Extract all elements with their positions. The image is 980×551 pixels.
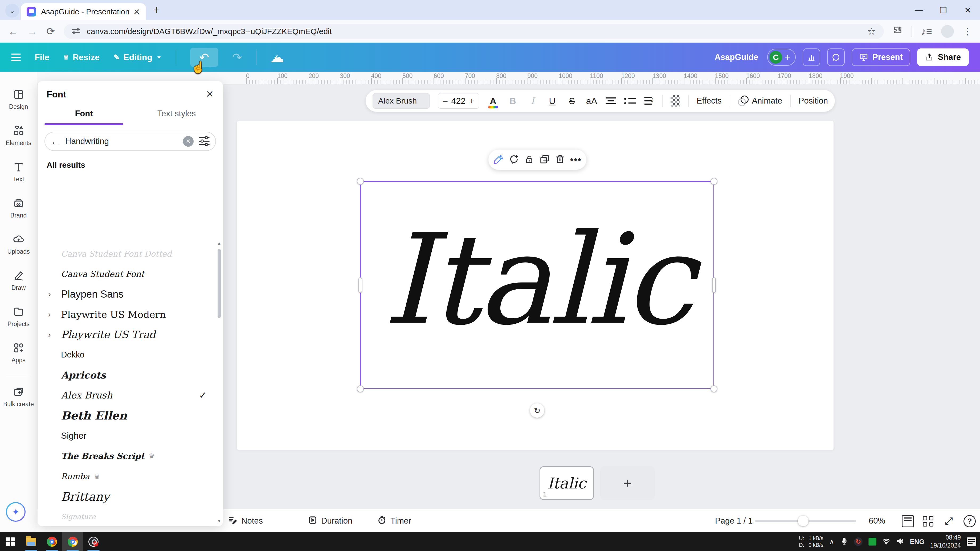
expand-chevron-icon[interactable]: ›	[48, 290, 51, 299]
resize-handle-west[interactable]	[358, 277, 362, 293]
file-explorer-taskbar-icon[interactable]	[21, 532, 41, 551]
browser-menu-icon[interactable]: ⋮	[963, 26, 972, 37]
start-button[interactable]	[0, 532, 21, 551]
obs-taskbar-icon[interactable]	[83, 532, 104, 551]
resize-handle-east[interactable]	[712, 277, 716, 293]
tab-close-icon[interactable]: ✕	[134, 7, 140, 16]
resize-handle-sw[interactable]	[357, 386, 364, 392]
font-list-item[interactable]: The Breaks Script ♛	[38, 446, 216, 466]
font-size-value[interactable]: 422	[451, 96, 466, 106]
effects-button[interactable]: Effects	[697, 96, 722, 106]
resize-handle-se[interactable]	[711, 386, 718, 392]
bold-button[interactable]: B	[507, 96, 519, 106]
file-menu[interactable]: File	[35, 52, 49, 62]
grid-view-icon[interactable]	[922, 515, 934, 527]
address-bar[interactable]: canva.com/design/DAGT6BWzfDw/_mxqpc3--uQ…	[64, 24, 884, 39]
sidebar-item-bulk-create[interactable]: Bulk create	[2, 381, 35, 412]
avatar[interactable]: C	[769, 51, 782, 64]
new-tab-button[interactable]: +	[153, 4, 160, 16]
window-close-button[interactable]: ✕	[956, 6, 980, 15]
site-settings-icon[interactable]	[72, 28, 80, 35]
scroll-down-arrow[interactable]: ▼	[217, 519, 221, 524]
sidebar-item-projects[interactable]: Projects	[2, 301, 35, 332]
search-clear-icon[interactable]: ✕	[183, 136, 194, 147]
font-list-item[interactable]: › Playpen Sans	[38, 284, 216, 304]
scroll-up-arrow[interactable]: ▲	[217, 241, 221, 246]
search-filter-icon[interactable]	[199, 137, 210, 146]
sidebar-item-apps[interactable]: Apps	[2, 337, 35, 368]
more-options-icon[interactable]: •••	[570, 154, 582, 165]
selected-text-element[interactable]: Italic ↻	[360, 181, 714, 389]
duration-button[interactable]: Duration	[308, 509, 352, 533]
font-list-item[interactable]: Alex Brush ✓	[38, 385, 216, 405]
font-list-item[interactable]: Canva Student Font Dotted	[38, 243, 216, 264]
page-thumbnail[interactable]: Italic 1	[539, 466, 594, 500]
sidebar-item-brand[interactable]: co Brand	[2, 192, 35, 224]
text-color-button[interactable]: A	[487, 96, 499, 106]
font-list-item[interactable]: Sigher	[38, 426, 216, 446]
present-button[interactable]: Present	[852, 48, 910, 66]
text-case-button[interactable]: aA	[586, 96, 598, 106]
reload-button[interactable]: ⟳	[46, 25, 55, 37]
clock[interactable]: 08:49 19/10/2024	[930, 534, 961, 550]
notes-button[interactable]: Notes	[228, 509, 263, 533]
transparency-button[interactable]	[671, 95, 680, 107]
underline-button[interactable]: U	[546, 96, 558, 106]
forward-button[interactable]: →	[27, 26, 37, 37]
chrome-taskbar-icon[interactable]	[41, 532, 62, 551]
main-menu-icon[interactable]	[11, 54, 21, 61]
browser-tray-icon[interactable]: ↻	[854, 537, 862, 546]
expand-chevron-icon[interactable]: ›	[48, 330, 51, 339]
bookmark-star-icon[interactable]: ☆	[867, 26, 876, 37]
font-list-item[interactable]: › Playwrite US Trad	[38, 324, 216, 345]
italic-button[interactable]: I	[527, 95, 538, 106]
rotate-handle[interactable]: ↻	[530, 403, 544, 418]
font-list-item[interactable]: Canva Student Font	[38, 264, 216, 284]
canvas-text[interactable]: Italic	[361, 182, 713, 388]
delete-trash-icon[interactable]	[555, 154, 565, 165]
font-size-stepper[interactable]: – 422 +	[438, 93, 479, 109]
media-control-icon[interactable]: ♪≡	[921, 26, 932, 37]
font-search-input[interactable]: ← Handwriting ✕	[45, 132, 216, 151]
strikethrough-button[interactable]: S	[566, 96, 578, 106]
language-indicator[interactable]: ENG	[910, 538, 924, 546]
font-list-item[interactable]: Beth Ellen	[38, 405, 216, 426]
microphone-tray-icon[interactable]	[840, 537, 848, 546]
resize-handle-nw[interactable]	[357, 178, 364, 185]
font-size-increase[interactable]: +	[469, 96, 474, 106]
font-list-item[interactable]: Signature	[38, 507, 216, 525]
expand-chevron-icon[interactable]: ›	[48, 310, 51, 319]
fullscreen-icon[interactable]: ⤢	[943, 515, 955, 527]
browser-profile-avatar[interactable]	[941, 25, 954, 38]
window-minimize-button[interactable]: —	[907, 6, 931, 14]
browser-tab[interactable]: AsapGuide - Presentation ✕	[21, 3, 146, 20]
design-title[interactable]: AsapGuide	[714, 52, 758, 62]
add-comment-icon[interactable]	[508, 154, 519, 165]
position-button[interactable]: Position	[799, 96, 828, 106]
redo-button[interactable]: ↷	[232, 51, 242, 64]
duplicate-icon[interactable]	[539, 154, 550, 165]
insights-button[interactable]	[803, 48, 820, 66]
sidebar-item-uploads[interactable]: Uploads	[2, 229, 35, 260]
window-restore-button[interactable]: ❐	[931, 6, 956, 15]
volume-tray-icon[interactable]	[896, 537, 904, 546]
share-button[interactable]: Share	[917, 48, 969, 66]
sidebar-item-design[interactable]: Design	[2, 84, 35, 115]
sidebar-item-elements[interactable]: Elements	[2, 120, 35, 151]
sidebar-item-text[interactable]: Text	[2, 156, 35, 187]
zoom-slider-knob[interactable]	[798, 516, 808, 526]
zoom-level[interactable]: 60%	[869, 509, 885, 533]
tray-expand-chevron-icon[interactable]: ∧	[829, 538, 834, 546]
font-list-scrollbar[interactable]: ▲ ▼	[217, 241, 221, 524]
font-list-item[interactable]: Apricots	[38, 365, 216, 385]
list-button[interactable]	[624, 98, 636, 104]
spacing-button[interactable]: ↕	[644, 97, 654, 105]
alignment-button[interactable]	[606, 97, 616, 104]
tab-text-styles[interactable]: Text styles	[130, 109, 223, 125]
add-page-button[interactable]: +	[600, 466, 655, 500]
tab-font[interactable]: Font	[38, 109, 130, 125]
font-size-decrease[interactable]: –	[443, 96, 448, 106]
notification-center-icon[interactable]	[967, 537, 976, 546]
comments-button[interactable]	[827, 48, 845, 66]
back-button[interactable]: ←	[8, 26, 18, 37]
